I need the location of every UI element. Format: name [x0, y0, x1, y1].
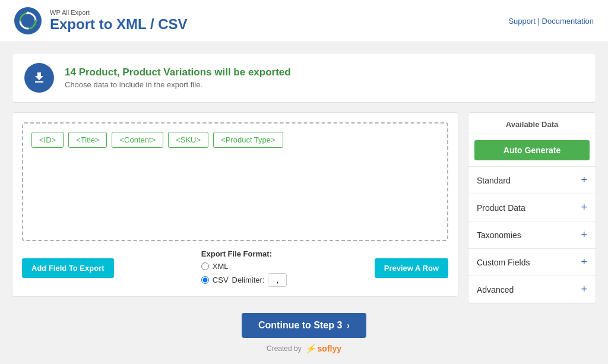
xml-label[interactable]: XML [213, 262, 229, 271]
add-field-button[interactable]: Add Field To Export [22, 258, 114, 278]
created-by-text: Created by [267, 344, 302, 353]
field-tag[interactable]: <ID> [31, 132, 64, 148]
data-section-item[interactable]: Custom Fields+ [468, 248, 596, 276]
data-section-label: Product Data [477, 203, 525, 213]
format-section: Export File Format: XML CSV Delimiter: [201, 249, 287, 287]
main-content: 14 Product, Product Variations will be e… [0, 42, 608, 364]
field-tag[interactable]: <Content> [112, 132, 163, 148]
data-section-label: Custom Fields [477, 258, 530, 267]
data-section-plus-icon: + [581, 283, 587, 296]
data-sections: Standard+Product Data+Taxonomies+Custom … [468, 166, 596, 303]
soflyy-brand: ⚡ soflyy [305, 344, 341, 353]
data-section-label: Taxonomies [477, 230, 521, 240]
data-section-label: Standard [477, 176, 511, 185]
page-header: WP All Export Export to XML / CSV Suppor… [0, 0, 608, 42]
delimiter-label: Delimiter: [232, 276, 265, 284]
info-banner: 14 Product, Product Variations will be e… [12, 53, 596, 103]
csv-radio-row: CSV Delimiter: [201, 273, 287, 287]
header-links: Support | Documentation [508, 17, 594, 26]
export-subtitle: Choose data to include in the export fil… [65, 80, 291, 89]
export-count-text: 14 Product, Product Variations will be e… [65, 67, 291, 78]
export-controls: Add Field To Export Export File Format: … [22, 249, 448, 287]
header-left: WP All Export Export to XML / CSV [14, 7, 188, 34]
continue-button[interactable]: Continue to Step 3 › [242, 313, 366, 338]
continue-label: Continue to Step 3 [258, 320, 342, 331]
csv-radio[interactable] [201, 276, 209, 284]
field-tag[interactable]: <SKU> [168, 132, 208, 148]
export-count-suffix: Product, Product Variations will be expo… [76, 67, 291, 78]
data-section-item[interactable]: Standard+ [468, 166, 596, 194]
data-section-plus-icon: + [581, 229, 587, 241]
download-icon [32, 71, 46, 85]
data-section-item[interactable]: Taxonomies+ [468, 221, 596, 248]
field-tags-container: <ID><Title><Content><SKU><Product Type> [31, 132, 439, 148]
data-section-plus-icon: + [581, 174, 587, 186]
format-label: Export File Format: [201, 249, 287, 258]
support-link[interactable]: Support [508, 17, 536, 26]
xml-radio[interactable] [201, 262, 209, 270]
wp-all-export-logo [14, 7, 42, 34]
content-row: <ID><Title><Content><SKU><Product Type> … [12, 112, 596, 303]
data-section-item[interactable]: Advanced+ [468, 276, 596, 303]
delimiter-section: Delimiter: [232, 273, 287, 287]
data-section-plus-icon: + [581, 256, 587, 268]
soflyy-credit: Created by ⚡ soflyy [267, 344, 341, 353]
link-separator: | [538, 17, 542, 26]
data-section-plus-icon: + [581, 201, 587, 214]
delimiter-input[interactable] [268, 273, 287, 287]
header-titles: WP All Export Export to XML / CSV [50, 9, 188, 33]
auto-generate-button[interactable]: Auto Generate [474, 140, 590, 160]
page-title: Export to XML / CSV [50, 16, 188, 33]
field-tag[interactable]: <Product Type> [213, 132, 283, 148]
chevron-icon: › [347, 321, 350, 330]
available-data-title: Available Data [468, 113, 596, 134]
plugin-name: WP All Export [50, 9, 188, 16]
data-section-item[interactable]: Product Data+ [468, 194, 596, 221]
info-text: 14 Product, Product Variations will be e… [65, 67, 291, 89]
export-panel: <ID><Title><Content><SKU><Product Type> … [12, 112, 458, 297]
xml-radio-row: XML [201, 262, 287, 271]
documentation-link[interactable]: Documentation [542, 17, 594, 26]
preview-button[interactable]: Preview A Row [375, 258, 448, 278]
export-count: 14 [65, 67, 76, 78]
continue-section: Continue to Step 3 › Created by ⚡ soflyy [12, 313, 596, 359]
csv-label[interactable]: CSV [213, 276, 229, 284]
field-tag[interactable]: <Title> [68, 132, 107, 148]
available-data-panel: Available Data Auto Generate Standard+Pr… [468, 112, 596, 303]
info-icon-circle [24, 63, 54, 93]
svg-point-0 [14, 7, 42, 34]
data-section-label: Advanced [477, 285, 514, 295]
drag-drop-area[interactable]: <ID><Title><Content><SKU><Product Type> [22, 122, 448, 241]
